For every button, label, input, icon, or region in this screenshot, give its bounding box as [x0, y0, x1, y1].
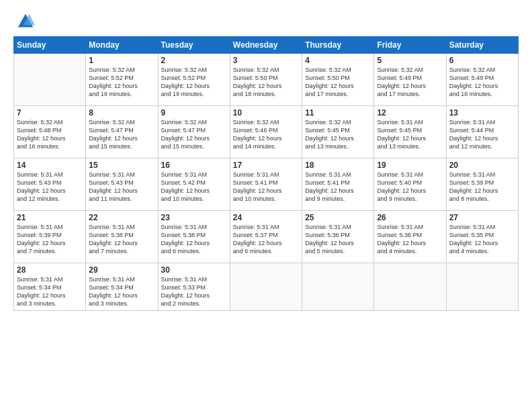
table-row: 7Sunrise: 5:32 AM Sunset: 5:48 PM Daylig…: [14, 106, 86, 158]
day-info: Sunrise: 5:32 AM Sunset: 5:49 PM Dayligh…: [449, 66, 515, 99]
day-info: Sunrise: 5:31 AM Sunset: 5:39 PM Dayligh…: [449, 171, 515, 203]
day-info: Sunrise: 5:31 AM Sunset: 5:43 PM Dayligh…: [89, 171, 154, 203]
day-info: Sunrise: 5:31 AM Sunset: 5:36 PM Dayligh…: [305, 223, 371, 256]
day-number: 28: [17, 265, 83, 275]
day-number: 7: [17, 108, 83, 118]
table-row: 9Sunrise: 5:32 AM Sunset: 5:47 PM Daylig…: [158, 106, 230, 158]
day-info: Sunrise: 5:31 AM Sunset: 5:38 PM Dayligh…: [89, 223, 154, 256]
day-info: Sunrise: 5:31 AM Sunset: 5:41 PM Dayligh…: [233, 171, 299, 203]
day-info: Sunrise: 5:32 AM Sunset: 5:52 PM Dayligh…: [89, 66, 154, 99]
day-number: 3: [233, 56, 299, 65]
page-header: [13, 12, 519, 31]
header-thursday: Thursday: [302, 37, 374, 54]
logo: [13, 12, 35, 31]
day-info: Sunrise: 5:31 AM Sunset: 5:34 PM Dayligh…: [89, 275, 154, 308]
day-number: 6: [449, 56, 515, 65]
day-number: 14: [17, 161, 83, 170]
day-info: Sunrise: 5:31 AM Sunset: 5:35 PM Dayligh…: [449, 223, 515, 256]
day-number: 29: [89, 265, 154, 275]
table-row: 5Sunrise: 5:32 AM Sunset: 5:49 PM Daylig…: [374, 54, 446, 106]
header-friday: Friday: [374, 37, 446, 54]
day-info: Sunrise: 5:31 AM Sunset: 5:43 PM Dayligh…: [17, 171, 83, 203]
day-info: Sunrise: 5:32 AM Sunset: 5:49 PM Dayligh…: [377, 66, 443, 99]
header-tuesday: Tuesday: [158, 37, 230, 54]
day-number: 8: [89, 108, 154, 118]
table-row: 18Sunrise: 5:31 AM Sunset: 5:41 PM Dayli…: [302, 158, 374, 211]
day-info: Sunrise: 5:31 AM Sunset: 5:45 PM Dayligh…: [377, 118, 443, 151]
table-row: 28Sunrise: 5:31 AM Sunset: 5:34 PM Dayli…: [14, 263, 86, 311]
header-monday: Monday: [86, 37, 158, 54]
day-info: Sunrise: 5:31 AM Sunset: 5:41 PM Dayligh…: [305, 171, 371, 203]
day-number: 17: [233, 161, 299, 170]
day-number: 15: [89, 161, 154, 170]
table-row: 19Sunrise: 5:31 AM Sunset: 5:40 PM Dayli…: [374, 158, 446, 211]
table-row: 12Sunrise: 5:31 AM Sunset: 5:45 PM Dayli…: [374, 106, 446, 158]
day-info: Sunrise: 5:31 AM Sunset: 5:44 PM Dayligh…: [449, 118, 515, 151]
day-info: Sunrise: 5:32 AM Sunset: 5:47 PM Dayligh…: [89, 118, 154, 151]
table-row: 8Sunrise: 5:32 AM Sunset: 5:47 PM Daylig…: [86, 106, 158, 158]
table-row: [374, 263, 446, 311]
table-row: 6Sunrise: 5:32 AM Sunset: 5:49 PM Daylig…: [446, 54, 518, 106]
day-number: 4: [305, 56, 371, 65]
day-info: Sunrise: 5:31 AM Sunset: 5:34 PM Dayligh…: [17, 275, 83, 308]
day-info: Sunrise: 5:32 AM Sunset: 5:50 PM Dayligh…: [233, 66, 299, 99]
table-row: 13Sunrise: 5:31 AM Sunset: 5:44 PM Dayli…: [446, 106, 518, 158]
table-row: 20Sunrise: 5:31 AM Sunset: 5:39 PM Dayli…: [446, 158, 518, 211]
header-saturday: Saturday: [446, 37, 518, 54]
table-row: 23Sunrise: 5:31 AM Sunset: 5:38 PM Dayli…: [158, 211, 230, 263]
day-number: 26: [377, 213, 443, 222]
table-row: [446, 263, 518, 311]
day-info: Sunrise: 5:31 AM Sunset: 5:42 PM Dayligh…: [161, 171, 227, 203]
table-row: 24Sunrise: 5:31 AM Sunset: 5:37 PM Dayli…: [230, 211, 302, 263]
table-row: 21Sunrise: 5:31 AM Sunset: 5:39 PM Dayli…: [14, 211, 86, 263]
day-number: 1: [89, 56, 154, 65]
table-row: 17Sunrise: 5:31 AM Sunset: 5:41 PM Dayli…: [230, 158, 302, 211]
day-number: 18: [305, 161, 371, 170]
table-row: 2Sunrise: 5:32 AM Sunset: 5:52 PM Daylig…: [158, 54, 230, 106]
day-number: 30: [161, 265, 227, 275]
day-number: 25: [305, 213, 371, 222]
day-info: Sunrise: 5:32 AM Sunset: 5:48 PM Dayligh…: [17, 118, 83, 151]
day-number: 27: [449, 213, 515, 222]
day-number: 22: [89, 213, 154, 222]
day-number: 5: [377, 56, 443, 65]
day-number: 23: [161, 213, 227, 222]
day-number: 9: [161, 108, 227, 118]
table-row: [230, 263, 302, 311]
table-row: [14, 54, 86, 106]
table-row: [302, 263, 374, 311]
logo-icon: [16, 12, 35, 31]
day-info: Sunrise: 5:32 AM Sunset: 5:45 PM Dayligh…: [305, 118, 371, 151]
calendar-table: Sunday Monday Tuesday Wednesday Thursday…: [13, 36, 519, 311]
day-info: Sunrise: 5:31 AM Sunset: 5:39 PM Dayligh…: [17, 223, 83, 256]
header-wednesday: Wednesday: [230, 37, 302, 54]
day-number: 24: [233, 213, 299, 222]
day-info: Sunrise: 5:31 AM Sunset: 5:37 PM Dayligh…: [233, 223, 299, 256]
table-row: 29Sunrise: 5:31 AM Sunset: 5:34 PM Dayli…: [86, 263, 158, 311]
day-number: 11: [305, 108, 371, 118]
day-number: 19: [377, 161, 443, 170]
table-row: 11Sunrise: 5:32 AM Sunset: 5:45 PM Dayli…: [302, 106, 374, 158]
table-row: 10Sunrise: 5:32 AM Sunset: 5:46 PM Dayli…: [230, 106, 302, 158]
table-row: 14Sunrise: 5:31 AM Sunset: 5:43 PM Dayli…: [14, 158, 86, 211]
table-row: 16Sunrise: 5:31 AM Sunset: 5:42 PM Dayli…: [158, 158, 230, 211]
day-number: 10: [233, 108, 299, 118]
table-row: 1Sunrise: 5:32 AM Sunset: 5:52 PM Daylig…: [86, 54, 158, 106]
day-info: Sunrise: 5:32 AM Sunset: 5:47 PM Dayligh…: [161, 118, 227, 151]
day-info: Sunrise: 5:32 AM Sunset: 5:52 PM Dayligh…: [161, 66, 227, 99]
table-row: 15Sunrise: 5:31 AM Sunset: 5:43 PM Dayli…: [86, 158, 158, 211]
table-row: 25Sunrise: 5:31 AM Sunset: 5:36 PM Dayli…: [302, 211, 374, 263]
table-row: 3Sunrise: 5:32 AM Sunset: 5:50 PM Daylig…: [230, 54, 302, 106]
day-info: Sunrise: 5:31 AM Sunset: 5:36 PM Dayligh…: [377, 223, 443, 256]
table-row: 26Sunrise: 5:31 AM Sunset: 5:36 PM Dayli…: [374, 211, 446, 263]
day-info: Sunrise: 5:31 AM Sunset: 5:40 PM Dayligh…: [377, 171, 443, 203]
table-row: 27Sunrise: 5:31 AM Sunset: 5:35 PM Dayli…: [446, 211, 518, 263]
day-info: Sunrise: 5:31 AM Sunset: 5:38 PM Dayligh…: [161, 223, 227, 256]
table-row: 4Sunrise: 5:32 AM Sunset: 5:50 PM Daylig…: [302, 54, 374, 106]
table-row: 30Sunrise: 5:31 AM Sunset: 5:33 PM Dayli…: [158, 263, 230, 311]
day-number: 13: [449, 108, 515, 118]
day-number: 16: [161, 161, 227, 170]
day-info: Sunrise: 5:32 AM Sunset: 5:46 PM Dayligh…: [233, 118, 299, 151]
weekday-header-row: Sunday Monday Tuesday Wednesday Thursday…: [14, 37, 519, 54]
table-row: 22Sunrise: 5:31 AM Sunset: 5:38 PM Dayli…: [86, 211, 158, 263]
